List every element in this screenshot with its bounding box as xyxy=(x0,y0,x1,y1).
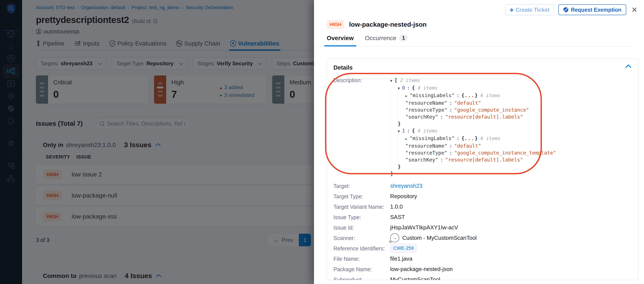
json-line: "resourceName":"default" xyxy=(390,143,556,149)
json-line: "resourceName":"default" xyxy=(390,99,556,106)
expand-toggle-icon[interactable]: ▼ xyxy=(398,85,400,92)
json-meta: 2 items xyxy=(400,77,420,84)
detail-field-row: Scanner: →Custom - MyCustomScanTool xyxy=(334,233,632,243)
json-colon: : xyxy=(449,99,452,106)
detail-field-row: Subproduct: MyCustomScanTool xyxy=(334,274,632,280)
json-str: "resource[default].labels" xyxy=(445,113,523,120)
json-key: "searchKey" xyxy=(405,156,438,163)
json-key: "resourceType" xyxy=(405,149,447,156)
indent-guide xyxy=(390,127,398,135)
details-card: Details Description: ▼[2 items▼0:{4 item… xyxy=(327,59,638,280)
indent-guide xyxy=(398,92,405,99)
json-line: "searchKey":"resource[default].labels" xyxy=(390,113,556,120)
severity-badge: HIGH xyxy=(327,20,344,29)
json-colon: : xyxy=(449,149,452,156)
json-line: ▼0:{4 items xyxy=(390,84,556,92)
field-label: Issue Type: xyxy=(334,214,390,220)
json-punct: } xyxy=(398,120,401,127)
ticket-icon: ◆ xyxy=(510,7,514,13)
tab-overview[interactable]: Overview xyxy=(327,34,354,47)
field-label: Target Variant Name: xyxy=(334,203,390,210)
indent-guide xyxy=(398,106,405,113)
modal-dim-overlay xyxy=(0,0,314,284)
indent-guide xyxy=(398,99,405,106)
json-line: "searchKey":"resource[default].labels" xyxy=(390,156,556,163)
expand-toggle-icon[interactable]: ▼ xyxy=(390,77,392,84)
indent-guide xyxy=(390,120,398,127)
json-line: } xyxy=(390,120,556,127)
indent-guide xyxy=(390,99,398,106)
detail-field-row: Target: shreyansh23 xyxy=(334,181,632,191)
field-value: SAST xyxy=(390,214,405,220)
indent-guide xyxy=(390,163,398,170)
issue-detail-drawer: ◆Create Ticket Request Exemption ✕ HIGH … xyxy=(314,0,644,284)
indent-guide xyxy=(390,156,398,163)
tab-occurrence[interactable]: Occurrence1 xyxy=(365,34,408,47)
json-colon: : xyxy=(449,106,452,113)
issue-title: low-package-nested-json xyxy=(349,21,426,28)
description-json-viewer[interactable]: ▼[2 items▼0:{4 items▶"missingLabels":{..… xyxy=(390,77,556,177)
indent-guide xyxy=(390,149,398,156)
indent-guide xyxy=(398,113,405,120)
json-key: "missingLabels" xyxy=(410,92,455,99)
json-key: "searchKey" xyxy=(405,113,438,120)
tabs-divider xyxy=(314,46,635,46)
json-punct: [ xyxy=(394,77,398,84)
field-label: Target: xyxy=(334,183,390,189)
json-index: 1 xyxy=(402,127,405,134)
json-key: "resourceType" xyxy=(405,106,447,113)
create-ticket-button[interactable]: ◆Create Ticket xyxy=(505,4,554,15)
json-dots: ... xyxy=(464,135,475,142)
indent-guide xyxy=(398,156,405,163)
json-meta: 4 items xyxy=(418,85,438,91)
json-punct: ] xyxy=(390,170,393,177)
json-colon: : xyxy=(456,135,460,142)
json-dots: ... xyxy=(464,92,475,99)
expand-toggle-icon[interactable]: ▶ xyxy=(405,135,408,143)
field-value: →Custom - MyCustomScanTool xyxy=(390,233,477,242)
json-punct: } xyxy=(398,163,401,170)
json-punct: { xyxy=(412,127,415,134)
json-line: ▼1:{4 items xyxy=(390,127,556,135)
indent-guide xyxy=(398,143,405,149)
json-line: "resourceType":"google_compute_instance_… xyxy=(390,149,556,156)
json-punct: { xyxy=(461,92,464,99)
json-line: } xyxy=(390,163,556,170)
expand-toggle-icon[interactable]: ▼ xyxy=(398,128,400,135)
request-exemption-button[interactable]: Request Exemption xyxy=(558,4,626,15)
detail-field-row: Target Variant Name: 1.0.0 xyxy=(334,201,632,212)
field-value: file1.java xyxy=(390,255,412,262)
field-label: Target Type: xyxy=(334,193,390,200)
json-line: ▶"missingLabels":{...}4 items xyxy=(390,92,556,99)
detail-field-row: Target Type: Repository xyxy=(334,191,632,201)
detail-field-row: Issue Type: SAST xyxy=(334,212,632,222)
json-punct: } xyxy=(475,92,478,99)
field-value: CWE-259 xyxy=(390,244,417,252)
indent-guide xyxy=(390,135,398,143)
field-label: File Name: xyxy=(334,255,390,262)
json-str: "google_compute_instance_template" xyxy=(454,149,556,156)
json-punct: } xyxy=(475,135,478,142)
field-value: MyCustomScanTool xyxy=(390,276,440,280)
field-value: jHspJaWxTIkpAXY1Iw-acV xyxy=(390,224,458,231)
json-meta: 4 items xyxy=(480,92,500,99)
field-label: Scanner: xyxy=(334,235,390,241)
indent-guide xyxy=(390,106,398,113)
field-label: Subproduct: xyxy=(334,276,390,280)
field-label: Description: xyxy=(334,77,390,177)
detail-field-row: Issue Id: jHspJaWxTIkpAXY1Iw-acV xyxy=(334,222,632,233)
json-colon: : xyxy=(456,92,460,99)
target-link[interactable]: shreyansh23 xyxy=(390,183,422,189)
field-value: low-package-nested-json xyxy=(390,266,453,272)
json-index: 0 xyxy=(402,84,405,91)
json-str: "google_compute_instance" xyxy=(454,106,529,113)
detail-field-row: Reference Identifiers: CWE-259 xyxy=(334,243,632,253)
indent-guide xyxy=(390,92,398,99)
json-punct: { xyxy=(461,135,464,142)
field-value: 1.0.0 xyxy=(390,203,403,210)
json-colon: : xyxy=(407,127,410,134)
expand-toggle-icon[interactable]: ▶ xyxy=(405,93,408,99)
cwe-chip[interactable]: CWE-259 xyxy=(390,244,417,252)
close-icon[interactable]: ✕ xyxy=(632,6,638,14)
json-colon: : xyxy=(440,113,443,120)
